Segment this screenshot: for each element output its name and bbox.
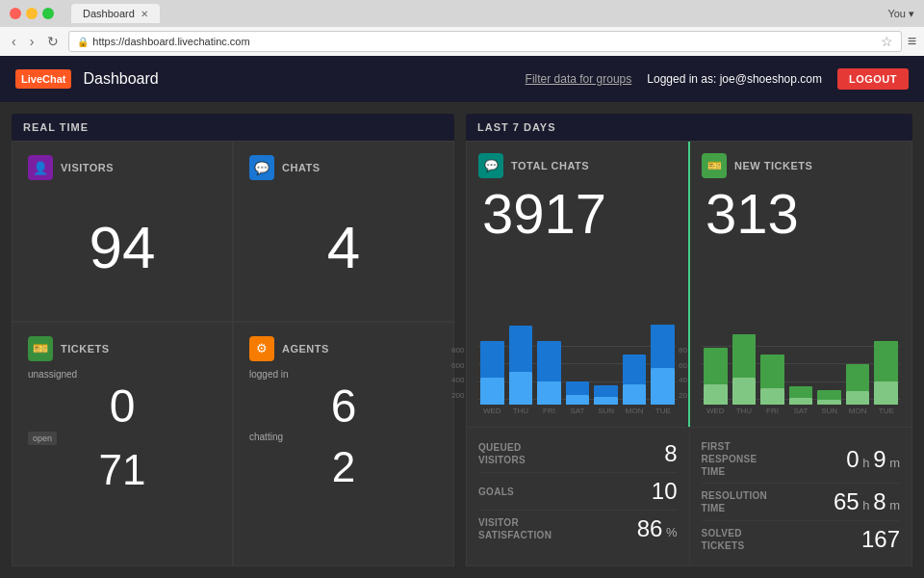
tickets-open-value: 71 — [28, 449, 217, 491]
browser-chrome: Dashboard ✕ You ▾ ‹ › ↻ 🔒 https://dashbo… — [0, 0, 924, 56]
forward-button[interactable]: › — [26, 32, 38, 51]
agents-title: AGENTS — [282, 343, 329, 355]
agents-loggedin-label-row: logged in — [249, 369, 438, 380]
maximize-button[interactable] — [42, 8, 54, 19]
agents-chatting-label-row: chatting — [249, 432, 438, 442]
tab-title: Dashboard — [83, 8, 135, 19]
nt-bar-thu: THU — [732, 334, 757, 415]
right-panel: LAST 7 DAYS 💬 TOTAL CHATS 3917 — [466, 114, 912, 566]
url-text: https://dashboard.livechatinc.com — [92, 36, 249, 47]
logo-chat: Chat — [42, 73, 65, 85]
browser-tab[interactable]: Dashboard ✕ — [71, 4, 160, 23]
bar-wed: WED — [480, 341, 504, 415]
bar-thu: THU — [509, 326, 533, 415]
visitors-card-header: 👤 VISITORS — [28, 155, 217, 180]
visitors-title: VISITORS — [61, 162, 114, 173]
agents-chatting-value: 2 — [249, 446, 438, 488]
nt-bar-tue: TUE — [874, 341, 898, 415]
app-title: Dashboard — [83, 70, 158, 88]
main-content: REAL TIME 👤 VISITORS 94 💬 CHATS 4 — [0, 102, 924, 578]
logged-in-text: Logged in as: joe@shoeshop.com — [647, 72, 822, 86]
nt-bar-mon: MON — [846, 364, 870, 415]
new-tickets-icon: 🎫 — [702, 153, 727, 178]
total-chats-value: 3917 — [478, 186, 677, 242]
nt-bar-wed: WED — [704, 348, 728, 415]
chats-card: 💬 CHATS 4 — [233, 141, 454, 322]
new-tickets-title: NEW TICKETS — [734, 160, 812, 171]
total-chats-header: 💬 TOTAL CHATS — [478, 153, 677, 178]
stat-resolution-time: RESOLUTIONTIME 65 h 8 m — [702, 484, 901, 521]
visitors-icon: 👤 — [28, 155, 53, 180]
total-chats-icon: 💬 — [478, 153, 503, 178]
tickets-unassigned-value: 0 — [28, 383, 217, 430]
stat-visitor-satisfaction: VISITORSATISFACTION 86 % — [478, 511, 678, 547]
logout-button[interactable]: LOGOUT — [837, 68, 909, 90]
minimize-button[interactable] — [26, 8, 38, 19]
livechat-logo: LiveChat — [15, 69, 71, 89]
cards-grid: 👤 VISITORS 94 💬 CHATS 4 🎫 TICKETS — [12, 141, 454, 566]
logo-live: Live — [21, 73, 42, 85]
bar-fri: FRI — [537, 341, 561, 415]
bar-sat: SAT — [566, 381, 590, 415]
agents-card: ⚙ AGENTS logged in 6 chatting 2 — [233, 322, 454, 567]
new-tickets-bar-chart: 80 60 40 20 WED — [702, 246, 900, 415]
agents-loggedin-label: logged in — [249, 369, 289, 380]
lock-icon: 🔒 — [77, 37, 89, 47]
stat-solved-tickets-label: SOLVEDTICKETS — [702, 527, 745, 552]
visitors-card: 👤 VISITORS 94 — [12, 141, 233, 322]
new-tickets-panel: 🎫 NEW TICKETS 313 — [690, 142, 911, 427]
stat-resolution-time-label: RESOLUTIONTIME — [702, 489, 768, 514]
tickets-open-label-row: open — [28, 432, 217, 445]
agents-chatting-label: chatting — [249, 432, 283, 442]
new-tickets-bars: 80 60 40 20 WED — [702, 346, 900, 415]
stat-solved-tickets-value: 167 — [861, 526, 900, 553]
tickets-unassigned-label: unassigned — [28, 369, 77, 380]
charts-row: 💬 TOTAL CHATS 3917 — [467, 142, 911, 427]
header-right: Filter data for groups Logged in as: joe… — [526, 68, 909, 90]
nt-bar-sat: SAT — [789, 386, 813, 415]
stat-first-response-label: FIRSTRESPONSETIME — [702, 440, 757, 478]
total-chats-title: TOTAL CHATS — [511, 160, 589, 171]
agents-card-header: ⚙ AGENTS — [249, 336, 438, 361]
tickets-unassigned-label-row: unassigned — [28, 369, 217, 380]
bar-mon: MON — [623, 355, 647, 415]
filter-link[interactable]: Filter data for groups — [526, 72, 632, 86]
stat-first-response: FIRSTRESPONSETIME 0 h 9 m — [702, 435, 901, 484]
tickets-open-tag: open — [28, 432, 57, 445]
close-button[interactable] — [10, 8, 21, 19]
total-chats-bar-chart: 800 600 400 200 WED — [478, 246, 677, 415]
address-bar: ‹ › ↻ 🔒 https://dashboard.livechatinc.co… — [0, 27, 924, 56]
tickets-title: TICKETS — [61, 343, 110, 355]
traffic-lights — [10, 8, 54, 19]
stat-visitor-satisfaction-label: VISITORSATISFACTION — [478, 516, 552, 541]
stat-queued-visitors-label: QUEUEDVISITORS — [478, 441, 526, 466]
stat-goals-label: GOALS — [478, 486, 514, 498]
nt-bar-fri: FRI — [760, 355, 784, 415]
browser-menu-icon[interactable]: ≡ — [908, 33, 916, 50]
new-tickets-yaxis: 80 60 40 20 — [679, 346, 687, 400]
total-chats-yaxis: 800 600 400 200 — [451, 346, 464, 400]
chats-icon: 💬 — [249, 155, 274, 180]
agents-icon: ⚙ — [249, 336, 274, 361]
chats-value: 4 — [249, 188, 438, 307]
tickets-card-header: 🎫 TICKETS — [28, 336, 217, 361]
stat-visitor-satisfaction-value: 86 % — [637, 515, 678, 542]
bookmark-icon[interactable]: ☆ — [881, 34, 893, 49]
new-tickets-header: 🎫 NEW TICKETS — [702, 153, 900, 178]
stats-col-right: FIRSTRESPONSETIME 0 h 9 m RESOLUTIONTIME… — [690, 428, 912, 565]
app-header: LiveChat Dashboard Filter data for group… — [0, 56, 924, 102]
stat-solved-tickets: SOLVEDTICKETS 167 — [702, 521, 901, 558]
url-field[interactable]: 🔒 https://dashboard.livechatinc.com ☆ — [68, 31, 901, 52]
stats-bottom: QUEUEDVISITORS 8 GOALS 10 VISITORSATISFA… — [467, 427, 911, 565]
browser-user: You ▾ — [887, 8, 914, 20]
back-button[interactable]: ‹ — [8, 32, 20, 51]
reload-button[interactable]: ↻ — [43, 32, 63, 51]
tickets-card: 🎫 TICKETS unassigned 0 open 71 — [12, 322, 233, 567]
bar-tue: TUE — [651, 325, 675, 415]
tickets-icon: 🎫 — [28, 336, 53, 361]
realtime-section-header: REAL TIME — [12, 114, 454, 141]
bar-sun: SUN — [594, 385, 618, 415]
stat-first-response-value: 0 h 9 m — [846, 446, 900, 473]
tab-close-icon[interactable]: ✕ — [141, 9, 148, 19]
left-panel: REAL TIME 👤 VISITORS 94 💬 CHATS 4 — [12, 114, 454, 566]
